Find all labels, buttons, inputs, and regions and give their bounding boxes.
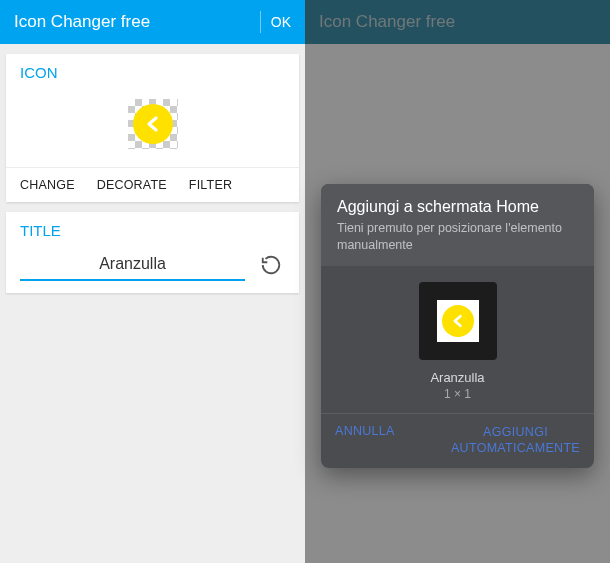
left-body: ICON CHANGE DECORATE FILTER TITLE [0, 54, 305, 293]
dialog-title: Aggiungi a schermata Home [337, 198, 578, 216]
add-auto-button[interactable]: AGGIUNGI AUTOMATICAMENTE [451, 424, 580, 457]
tab-filter[interactable]: FILTER [189, 178, 232, 192]
ok-button[interactable]: OK [260, 0, 299, 44]
icon-tabs: CHANGE DECORATE FILTER [6, 167, 299, 202]
shortcut-preview[interactable] [419, 282, 497, 360]
tab-change[interactable]: CHANGE [20, 178, 75, 192]
app-header: Icon Changer free OK [0, 0, 305, 44]
title-row [20, 249, 285, 281]
checker-bg [128, 99, 178, 149]
tab-decorate[interactable]: DECORATE [97, 178, 167, 192]
shortcut-icon-bg [437, 300, 479, 342]
separator [260, 11, 261, 33]
title-card: TITLE [6, 212, 299, 293]
dialog-header: Aggiungi a schermata Home Tieni premuto … [321, 184, 594, 266]
title-section-label: TITLE [20, 222, 285, 239]
icon-section-label: ICON [20, 64, 285, 81]
dialog-body: Aranzulla 1 × 1 [321, 266, 594, 413]
app-title: Icon Changer free [14, 12, 150, 32]
dialog-subtitle: Tieni premuto per posizionare l'elemento… [337, 220, 578, 254]
icon-card: ICON CHANGE DECORATE FILTER [6, 54, 299, 202]
dialog-actions: ANNULLA AGGIUNGI AUTOMATICAMENTE [321, 413, 594, 469]
shortcut-icon [442, 305, 474, 337]
app-icon [133, 104, 173, 144]
add-shortcut-dialog: Aggiungi a schermata Home Tieni premuto … [321, 184, 594, 468]
add-auto-line2: AUTOMATICAMENTE [451, 441, 580, 455]
reset-button[interactable] [257, 251, 285, 279]
right-pane: Icon Changer free Aggiungi a schermata H… [305, 0, 610, 563]
add-auto-line1: AGGIUNGI [483, 425, 548, 439]
shortcut-size: 1 × 1 [444, 387, 471, 401]
shortcut-name: Aranzulla [430, 370, 484, 385]
icon-preview[interactable] [20, 91, 285, 161]
title-input[interactable] [20, 249, 245, 281]
reset-icon [260, 254, 282, 276]
cancel-button[interactable]: ANNULLA [335, 424, 395, 457]
ok-label: OK [271, 14, 299, 30]
left-pane: Icon Changer free OK ICON CHANGE DECORAT… [0, 0, 305, 563]
